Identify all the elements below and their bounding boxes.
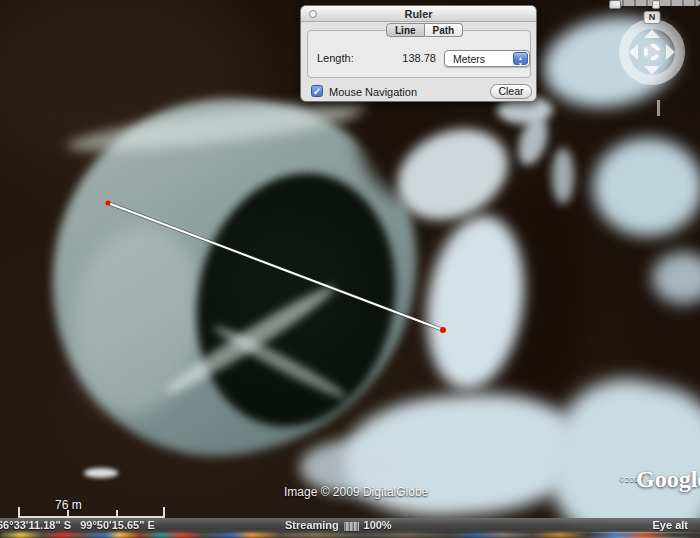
- dialog-title: Ruler: [301, 8, 536, 20]
- google-logo: Google: [636, 466, 700, 493]
- units-selected-value: Meters: [453, 53, 485, 65]
- google-earth-window: N Ruler Line Path Length: 138.78 Meters …: [0, 0, 700, 538]
- clear-button[interactable]: Clear: [490, 84, 532, 99]
- streaming-indicator: Streaming ||||||||||| 100%: [285, 519, 392, 531]
- status-bar: 66°33'11.18" S 99°50'15.65" E Streaming …: [0, 518, 700, 532]
- mouse-navigation-label: Mouse Navigation: [329, 86, 417, 98]
- pan-left-arrow[interactable]: [629, 44, 638, 60]
- length-label: Length:: [317, 52, 354, 64]
- tilt-slider-icon[interactable]: [609, 0, 621, 9]
- pan-down-arrow[interactable]: [644, 66, 660, 75]
- tilt-slider-handle[interactable]: [652, 0, 660, 9]
- coordinates-readout: 66°33'11.18" S 99°50'15.65" E: [0, 519, 155, 531]
- ruler-dialog-titlebar[interactable]: Ruler: [301, 6, 536, 22]
- zoom-slider-stub[interactable]: [657, 100, 660, 116]
- scale-bar-tick: [67, 510, 69, 516]
- terrain-snow-patch: [552, 148, 574, 204]
- streaming-percent: 100%: [364, 519, 392, 531]
- dropdown-stepper-icon: ▲▼: [513, 52, 528, 65]
- ruler-dialog: Ruler Line Path Length: 138.78 Meters ▲▼…: [300, 5, 537, 102]
- scale-bar-tick: [18, 507, 20, 516]
- tab-path[interactable]: Path: [425, 23, 464, 37]
- pan-right-arrow[interactable]: [666, 44, 675, 60]
- length-value: 138.78: [356, 52, 436, 64]
- scale-bar-tick: [116, 510, 118, 516]
- tab-line[interactable]: Line: [386, 23, 425, 37]
- ruler-tabs: Line Path: [386, 23, 463, 37]
- scale-bar-tick: [163, 507, 165, 516]
- imagery-credit: Image © 2009 DigitalGlobe: [284, 485, 428, 499]
- north-button[interactable]: N: [644, 11, 661, 24]
- streaming-label: Streaming: [285, 519, 339, 531]
- mouse-navigation-checkbox[interactable]: ✓: [311, 85, 323, 97]
- terrain-snow-patch: [593, 138, 700, 236]
- streaming-progress-icon: |||||||||||: [344, 521, 359, 531]
- pan-up-arrow[interactable]: [644, 29, 660, 38]
- eye-altitude-label: Eye alt: [653, 519, 688, 531]
- compass-ring[interactable]: N: [620, 20, 684, 84]
- units-dropdown[interactable]: Meters ▲▼: [444, 50, 530, 67]
- look-joystick-icon[interactable]: [644, 44, 661, 61]
- taskbar-sliver[interactable]: [0, 532, 700, 538]
- terrain-snow-patch: [84, 468, 118, 478]
